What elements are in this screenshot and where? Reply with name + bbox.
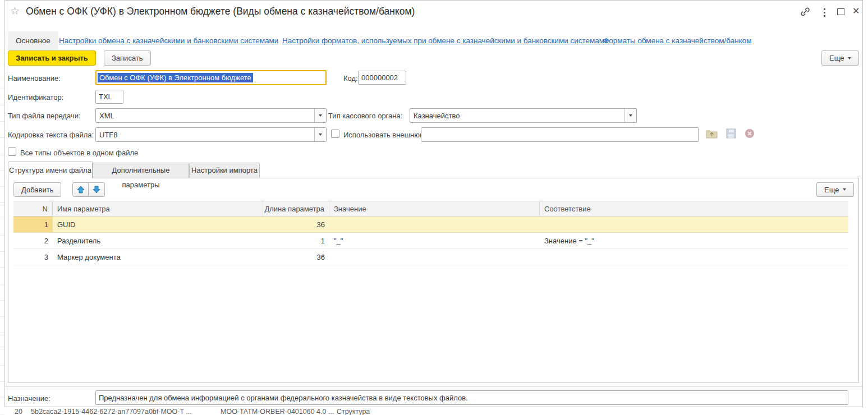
name-label: Наименование: — [8, 74, 61, 82]
encoding-select[interactable] — [95, 127, 327, 142]
cell-n: 2 — [13, 233, 53, 248]
cell-value — [329, 216, 540, 232]
link-icon[interactable] — [799, 6, 811, 20]
cell-length: 1 — [263, 233, 329, 248]
move-up-icon[interactable] — [72, 182, 89, 197]
cell-n: 3 — [13, 249, 53, 265]
chevron-down-icon — [843, 188, 846, 191]
more-button-top[interactable]: Еще — [821, 50, 859, 66]
clear-value-icon[interactable] — [745, 128, 755, 141]
nav-link-format-settings[interactable]: Настройки форматов, используемых при обм… — [282, 31, 609, 50]
nav-link-exchange-formats[interactable]: Форматы обмена с казначейством/банком — [603, 31, 752, 50]
more-menu-icon[interactable] — [823, 7, 826, 18]
table-row[interactable]: 3 Маркер документа 36 — [13, 249, 848, 265]
cash-organ-select[interactable] — [410, 108, 637, 123]
cell-length: 36 — [263, 249, 329, 265]
external-processing-input[interactable] — [421, 127, 699, 142]
save-and-close-button[interactable]: Записать и закрыть — [8, 50, 96, 66]
name-input[interactable]: Обмен с ОФК (УФК) в Электронном бюджете — [95, 70, 327, 85]
background-row-structure: Структура — [337, 408, 370, 415]
background-row-format: MOO-TATM-ORBER-0401060 4.0 ... — [221, 408, 334, 415]
move-down-icon[interactable] — [89, 182, 105, 197]
chevron-down-icon[interactable] — [314, 109, 326, 122]
parameters-table: N Имя параметра Длина параметра Значение… — [13, 201, 848, 265]
nav-link-exchange-settings[interactable]: Настройки обмена с казначейскими и банко… — [59, 31, 278, 50]
cell-match — [540, 249, 848, 265]
tab-file-name-structure[interactable]: Структура имени файла — [8, 162, 93, 178]
chevron-down-icon[interactable] — [624, 109, 636, 122]
save-button[interactable]: Записать — [104, 50, 151, 66]
cell-match — [540, 216, 848, 232]
cell-value: "_" — [329, 233, 540, 248]
identifier-input[interactable] — [95, 90, 123, 104]
add-button[interactable]: Добавить — [13, 182, 61, 197]
footer-separator — [4, 386, 864, 387]
app-window: 20 5b2caca2-1915-4462-6272-an77097a0bf-M… — [0, 0, 868, 415]
col-header-n[interactable]: N — [13, 201, 53, 216]
tab-import-settings[interactable]: Настройки импорта — [189, 163, 260, 178]
col-header-name[interactable]: Имя параметра — [53, 201, 263, 216]
table-row[interactable]: 2 Разделитель 1 "_" Значение = "_" — [13, 233, 848, 249]
tab-main[interactable]: Основное — [8, 31, 58, 50]
external-processing-checkbox[interactable] — [331, 130, 339, 138]
file-type-value[interactable] — [96, 109, 314, 122]
cell-name: Разделитель — [53, 233, 263, 248]
maximize-icon[interactable] — [837, 8, 844, 15]
cash-organ-label: Тип кассового органа: — [328, 112, 402, 120]
chevron-down-icon — [848, 57, 851, 59]
cell-name: Маркер документа — [53, 249, 263, 265]
table-header: N Имя параметра Длина параметра Значение… — [13, 201, 848, 216]
col-header-match[interactable]: Соответствие — [540, 201, 848, 216]
code-input[interactable] — [358, 71, 406, 85]
background-row-guid: 5b2caca2-1915-4462-6272-an77097a0bf-MOO-… — [31, 408, 192, 415]
encoding-value[interactable] — [96, 128, 314, 141]
col-header-length[interactable]: Длина параметра — [263, 201, 329, 216]
all-types-checkbox[interactable] — [8, 147, 16, 156]
reorder-buttons — [72, 182, 105, 197]
favorite-star-icon[interactable]: ☆ — [10, 6, 20, 16]
open-folder-icon[interactable] — [706, 128, 718, 141]
purpose-input[interactable] — [95, 390, 848, 405]
identifier-label: Идентификатор: — [8, 93, 63, 102]
chevron-down-icon[interactable] — [314, 128, 326, 141]
table-row[interactable]: 1 GUID 36 — [13, 216, 848, 233]
col-header-value[interactable]: Значение — [329, 201, 540, 216]
cell-match: Значение = "_" — [540, 233, 848, 248]
cell-length: 36 — [263, 216, 329, 232]
tab-additional-parameters[interactable]: Дополнительные параметры — [93, 163, 189, 178]
more-button-label: Еще — [824, 186, 839, 194]
file-type-select[interactable] — [95, 108, 327, 123]
cell-name: GUID — [53, 216, 263, 232]
close-icon[interactable]: ✕ — [852, 7, 860, 16]
cell-value — [329, 249, 540, 265]
all-types-label: Все типы объектов в одном файле — [20, 149, 138, 157]
page-title: Обмен с ОФК (УФК) в Электронном бюджете … — [26, 6, 415, 17]
encoding-label: Кодировка текста файла: — [8, 131, 94, 139]
more-button-label: Еще — [829, 54, 844, 62]
code-label: Код: — [343, 74, 358, 82]
more-button-table[interactable]: Еще — [816, 182, 854, 197]
save-file-icon[interactable] — [726, 128, 736, 141]
background-row-number: 20 — [15, 408, 22, 415]
cell-n: 1 — [13, 216, 53, 232]
file-type-label: Тип файла передачи: — [8, 112, 81, 120]
background-window-left-strip — [0, 0, 4, 415]
cash-organ-value[interactable] — [410, 109, 624, 122]
purpose-label: Назначение: — [8, 394, 50, 403]
selected-text: Обмен с ОФК (УФК) в Электронном бюджете — [98, 73, 253, 82]
